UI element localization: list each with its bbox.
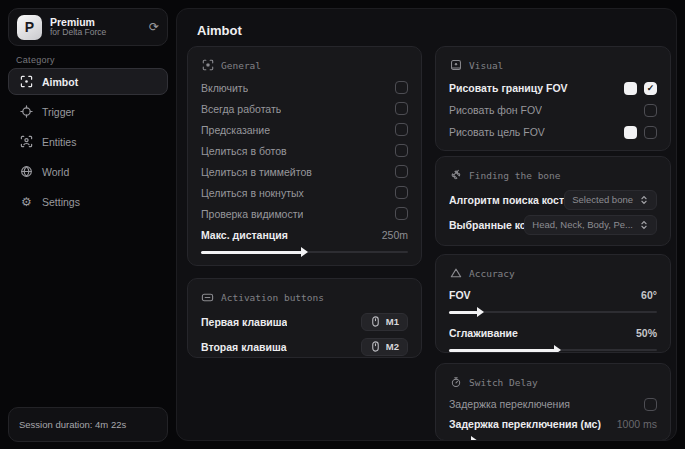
brand-card: P Premium for Delta Force ⟳: [8, 8, 168, 46]
general-scan-icon: [201, 59, 214, 72]
slider-fill: [201, 251, 302, 254]
option-label: Задержка переключения (мс): [449, 418, 601, 430]
sidebar-nav: Aimbot Trigger Entities: [8, 68, 168, 215]
option-label: Рисовать цель FOV: [449, 126, 545, 138]
refresh-icon[interactable]: ⟳: [149, 21, 159, 33]
main-panel: Aimbot General Включить✓ Всегда работать…: [176, 8, 677, 441]
option-label: Макс. дистанция: [201, 229, 288, 241]
checkbox-switch-delay[interactable]: ✓: [644, 398, 657, 411]
category-label: Category: [16, 55, 55, 65]
second-key-button[interactable]: M2: [361, 338, 408, 356]
option-label: Первая клавиша: [201, 316, 287, 328]
switch-delay-value: 1000 ms: [617, 418, 657, 430]
sidebar-item-label: Settings: [42, 196, 80, 208]
slider-thumb[interactable]: [554, 345, 561, 353]
option-label: Алгоритм поиска кост: [449, 194, 564, 206]
option-label: Проверка видимости: [201, 208, 303, 220]
sidebar-item-label: Trigger: [42, 106, 75, 118]
sidebar-item-trigger[interactable]: Trigger: [8, 98, 168, 125]
checkbox-aim-teammates[interactable]: ✓: [395, 165, 408, 178]
sidebar-item-world[interactable]: World: [8, 158, 168, 185]
option-label: Вторая клавиша: [201, 341, 287, 353]
section-title-bone: Finding the bone: [469, 170, 561, 181]
visual-card: Visual Рисовать границу FOV ✓ Рисовать ф…: [435, 46, 671, 151]
sidebar-item-label: World: [42, 166, 69, 178]
stopwatch-icon: [449, 376, 462, 389]
section-title-activation: Activation buttons: [221, 292, 324, 303]
sidebar: P Premium for Delta Force ⟳ Category Aim…: [0, 0, 176, 449]
option-label: Предсказание: [201, 124, 270, 136]
option-label: Целиться в тиммейтов: [201, 166, 312, 178]
switch-delay-slider[interactable]: [449, 435, 657, 441]
sidebar-item-entities[interactable]: Entities: [8, 128, 168, 155]
sidebar-item-label: Aimbot: [42, 76, 78, 88]
option-label: Целиться в нокнутых: [201, 187, 304, 199]
option-label: Всегда работать: [201, 103, 281, 115]
crosshair-scan-icon: [20, 75, 33, 88]
checkbox-aim-knocked[interactable]: ✓: [395, 186, 408, 199]
unfold-icon: [639, 195, 649, 205]
checkbox-visibility-check[interactable]: ✓: [395, 207, 408, 220]
fov-slider[interactable]: [449, 306, 657, 319]
visual-icon: [449, 59, 462, 72]
checkbox-always-work[interactable]: ✓: [395, 102, 408, 115]
fov-target-color-swatch[interactable]: [624, 126, 637, 139]
max-distance-value: 250m: [382, 229, 408, 241]
selected-bones-select[interactable]: Head, Neck, Body, Pe...: [524, 215, 657, 235]
keybind-value: M2: [386, 341, 399, 352]
slider-fill: [449, 311, 478, 314]
activation-card: Activation buttons Первая клавиша M1 Вто…: [187, 278, 422, 358]
fov-value: 60°: [641, 289, 657, 301]
mouse-icon: [370, 341, 381, 352]
sidebar-item-aimbot[interactable]: Aimbot: [8, 68, 168, 95]
bone-card: Finding the bone Алгоритм поиска кост Se…: [435, 156, 671, 246]
globe-icon: [20, 165, 33, 178]
trigger-target-icon: [20, 105, 33, 118]
page-title: Aimbot: [197, 23, 242, 38]
slider-thumb[interactable]: [477, 307, 484, 317]
bone-icon: [449, 169, 462, 182]
first-key-button[interactable]: M1: [361, 313, 408, 331]
fov-border-color-swatch[interactable]: [624, 82, 637, 95]
general-card: General Включить✓ Всегда работать✓ Предс…: [187, 46, 422, 266]
option-label: Выбранные кос: [449, 219, 524, 231]
slider-thumb[interactable]: [471, 436, 478, 441]
app-logo: P: [17, 15, 42, 40]
switch-delay-card: Switch Delay Задержка переключения ✓ Зад…: [435, 363, 671, 441]
slider-fill: [449, 440, 472, 442]
option-label: Рисовать границу FOV: [449, 82, 568, 94]
checkbox-draw-fov-border[interactable]: ✓: [644, 82, 657, 95]
option-label: Включить: [201, 82, 248, 94]
smoothing-slider[interactable]: [449, 344, 657, 353]
section-title-general: General: [221, 60, 261, 71]
unfold-icon: [639, 220, 649, 230]
checkbox-prediction[interactable]: ✓: [395, 123, 408, 136]
option-label: Задержка переключения: [449, 398, 570, 410]
max-distance-slider[interactable]: [201, 246, 408, 259]
keybind-icon: [201, 291, 214, 304]
brand-subtitle: for Delta Force: [50, 28, 141, 38]
checkbox-draw-fov-background[interactable]: ✓: [644, 104, 657, 117]
mouse-icon: [370, 316, 381, 327]
section-title-visual: Visual: [469, 60, 503, 71]
checkbox-enable[interactable]: ✓: [395, 81, 408, 94]
option-label: FOV: [449, 289, 471, 301]
select-value: Head, Neck, Body, Pe...: [532, 219, 633, 230]
sidebar-item-settings[interactable]: ⚙ Settings: [8, 188, 168, 215]
slider-thumb[interactable]: [301, 247, 308, 257]
section-title-accuracy: Accuracy: [469, 268, 515, 279]
checkbox-aim-bots[interactable]: ✓: [395, 144, 408, 157]
option-label: Целиться в ботов: [201, 145, 287, 157]
sidebar-item-label: Entities: [42, 136, 76, 148]
select-value: Selected bone: [572, 194, 633, 205]
bone-algorithm-select[interactable]: Selected bone: [564, 190, 657, 210]
checkbox-draw-fov-target[interactable]: ✓: [644, 126, 657, 139]
session-duration-text: Session duration: 4m 22s: [19, 419, 126, 430]
option-label: Сглаживание: [449, 327, 518, 339]
accuracy-card: Accuracy FOV 60° Сглаживание 50%: [435, 254, 671, 353]
session-duration-card: Session duration: 4m 22s: [8, 407, 168, 442]
section-title-switch-delay: Switch Delay: [469, 377, 538, 388]
slider-fill: [449, 349, 555, 352]
triangle-icon: [449, 267, 462, 280]
keybind-value: M1: [386, 316, 399, 327]
